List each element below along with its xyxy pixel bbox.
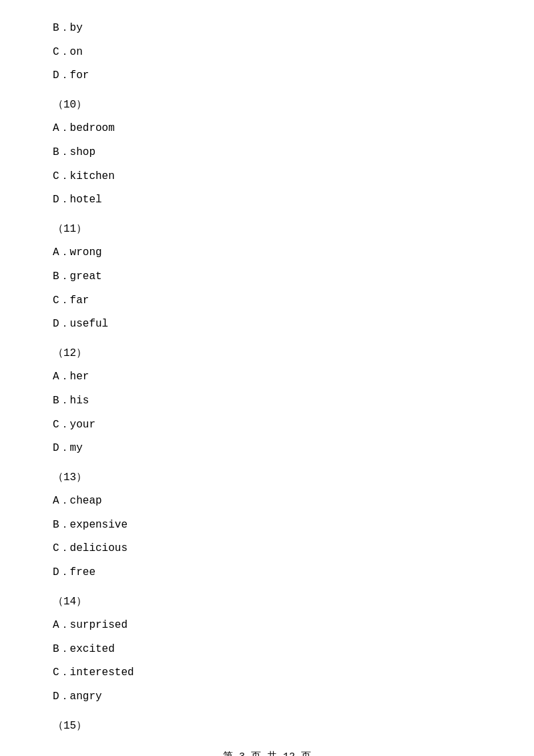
option-d-hotel: D．hotel [53,192,481,209]
option-d-for: D．for [53,67,481,85]
option-d-angry: D．angry [53,689,481,706]
option-a-wrong: A．wrong [53,244,481,262]
option-a-surprised: A．surprised [53,617,481,634]
main-content: B．by C．on D．for （10） A．bedroom B．shop C．… [0,0,534,756]
question-10: （10） [53,97,481,114]
option-c-kitchen: C．kitchen [53,168,481,186]
option-c-your: C．your [53,417,481,434]
question-15: （15） [53,718,481,735]
option-d-my: D．my [53,440,481,457]
question-14: （14） [53,594,481,611]
option-b-by: B．by [53,20,481,37]
question-11: （11） [53,221,481,238]
option-c-on: C．on [53,44,481,61]
option-b-excited: B．excited [53,641,481,658]
option-d-free: D．free [53,564,481,582]
option-c-interested: C．interested [53,665,481,682]
option-b-great: B．great [53,268,481,286]
option-b-expensive: B．expensive [53,517,481,534]
question-12: （12） [53,345,481,363]
option-a-bedroom: A．bedroom [53,120,481,138]
option-d-useful: D．useful [53,316,481,333]
question-13: （13） [53,469,481,487]
page-footer: 第 3 页 共 12 页 [0,750,534,756]
option-a-her: A．her [53,369,481,386]
option-b-shop: B．shop [53,144,481,162]
option-c-far: C．far [53,293,481,310]
option-a-cheap: A．cheap [53,493,481,510]
option-b-his: B．his [53,393,481,410]
option-c-delicious: C．delicious [53,540,481,558]
